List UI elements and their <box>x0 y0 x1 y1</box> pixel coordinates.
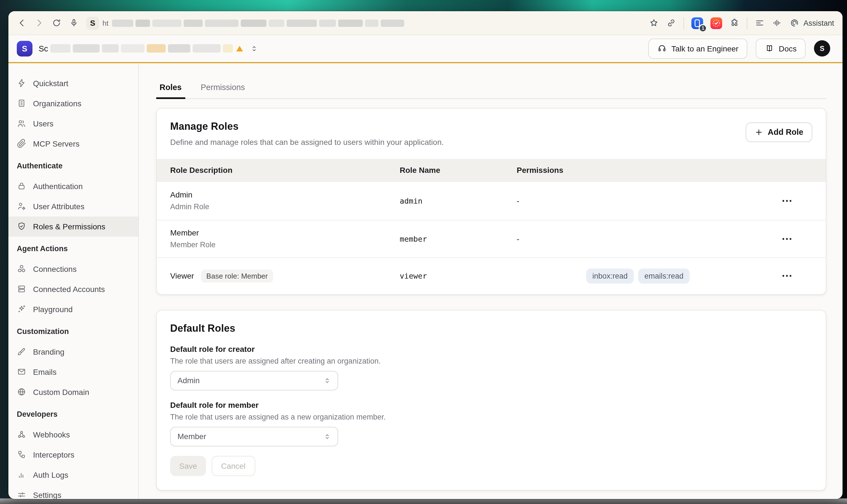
reader-mode-icon[interactable] <box>755 18 765 28</box>
column-role-description: Role Description <box>157 159 386 181</box>
sidebar-item-label: Interceptors <box>33 450 74 459</box>
paintbrush-icon <box>17 347 26 356</box>
creator-role-value: Admin <box>177 376 200 385</box>
sidebar-item-playground[interactable]: Playground <box>8 299 138 319</box>
sidebar-section-authenticate: Authenticate <box>8 156 138 176</box>
user-gear-icon <box>17 201 26 211</box>
row-actions-menu-icon[interactable]: ⋯ <box>782 198 793 203</box>
table-row-viewer[interactable]: Viewer Base role: Member viewer inbox:re… <box>157 257 826 294</box>
sidebar-item-label: Connected Accounts <box>33 285 105 293</box>
tab-permissions[interactable]: Permissions <box>197 77 248 98</box>
sidebar-item-roles-permissions[interactable]: Roles & Permissions <box>8 216 138 236</box>
user-avatar[interactable]: S <box>814 40 830 57</box>
password-extension-icon[interactable]: 1 <box>691 17 703 29</box>
sidebar-item-mcp-servers[interactable]: MCP Servers <box>8 133 138 154</box>
environment-switcher[interactable]: Sc <box>39 44 258 53</box>
extension-badge: 1 <box>699 24 707 32</box>
sidebar-item-user-attributes[interactable]: User Attributes <box>8 196 138 216</box>
sidebar-item-label: Playground <box>33 305 73 313</box>
redacted-url <box>112 19 404 26</box>
talk-to-engineer-label: Talk to an Engineer <box>671 44 738 53</box>
globe-icon <box>17 387 26 397</box>
row-actions-menu-icon[interactable]: ⋯ <box>782 236 793 241</box>
main-content: Roles Permissions Manage Roles Define an… <box>139 63 843 499</box>
manage-roles-description: Define and manage roles that can be assi… <box>170 137 444 146</box>
permissions-empty: - <box>517 234 775 243</box>
sidebar-item-emails[interactable]: Emails <box>8 362 138 382</box>
base-role-badge: Base role: Member <box>201 269 274 282</box>
copy-link-icon[interactable] <box>666 18 676 28</box>
forward-icon[interactable] <box>34 18 44 28</box>
sidebar-item-label: Roles & Permissions <box>33 222 105 231</box>
row-actions-menu-icon[interactable]: ⋯ <box>782 273 793 278</box>
manage-roles-title: Manage Roles <box>170 121 444 132</box>
warning-triangle-icon <box>236 46 243 52</box>
sidebar-item-connections[interactable]: Connections <box>8 259 138 279</box>
table-row-admin[interactable]: Admin Admin Role admin - ⋯ <box>157 181 826 219</box>
address-bar[interactable]: S ht <box>86 17 642 29</box>
sidebar-item-settings[interactable]: Settings <box>8 485 138 499</box>
shield-check-icon <box>17 221 26 231</box>
sliders-icon <box>17 490 26 499</box>
docs-button[interactable]: Docs <box>756 39 806 59</box>
cancel-button[interactable]: Cancel <box>212 456 255 476</box>
permission-badge: inbox:read <box>586 268 634 283</box>
talk-to-engineer-button[interactable]: Talk to an Engineer <box>648 39 747 59</box>
assistant-button[interactable]: Assistant <box>789 18 834 28</box>
assistant-icon <box>789 18 799 28</box>
sidebar-item-label: User Attributes <box>33 202 85 211</box>
envelope-icon <box>17 367 26 376</box>
sidebar-item-organizations[interactable]: Organizations <box>8 93 138 113</box>
save-button[interactable]: Save <box>170 456 206 476</box>
reload-icon[interactable] <box>52 18 62 28</box>
column-role-name: Role Name <box>386 159 498 181</box>
lock-icon <box>17 181 26 191</box>
member-role-label: Default role for member <box>170 400 812 409</box>
book-icon <box>765 44 774 53</box>
voice-waveform-icon[interactable] <box>772 18 782 28</box>
clock-extension-icon[interactable] <box>710 17 722 29</box>
sidebar-item-label: Connections <box>33 264 77 273</box>
sidebar-item-branding[interactable]: Branding <box>8 342 138 362</box>
form-actions: Save Cancel <box>170 456 812 476</box>
interceptor-icon <box>17 450 26 459</box>
permission-badge: emails:read <box>638 268 690 283</box>
toolbar-divider <box>747 17 747 29</box>
table-row-member[interactable]: Member Member Role member - ⋯ <box>157 219 826 257</box>
member-role-select[interactable]: Member <box>170 427 338 446</box>
sparkles-icon <box>17 304 26 314</box>
sidebar-item-auth-logs[interactable]: Auth Logs <box>8 465 138 485</box>
sidebar-item-label: Settings <box>33 490 61 499</box>
creator-role-select[interactable]: Admin <box>170 371 338 390</box>
sidebar-item-webhooks[interactable]: Webhooks <box>8 424 138 445</box>
app-header: S Sc Talk to an Engineer <box>8 35 843 63</box>
bookmark-star-icon[interactable] <box>649 18 659 28</box>
site-favicon: S <box>86 17 99 29</box>
sidebar-item-label: Custom Domain <box>33 388 89 396</box>
sidebar-section-developers: Developers <box>8 404 138 424</box>
role-description: Member Role <box>170 240 386 249</box>
sidebar-item-label: Authentication <box>33 181 83 191</box>
back-icon[interactable] <box>17 18 27 28</box>
sidebar-item-users[interactable]: Users <box>8 113 138 133</box>
organization-icon <box>17 98 26 108</box>
microphone-icon[interactable] <box>69 18 79 28</box>
extensions-puzzle-icon[interactable] <box>729 18 740 28</box>
sidebar-item-connected-accounts[interactable]: Connected Accounts <box>8 279 138 299</box>
add-role-button[interactable]: Add Role <box>746 122 812 142</box>
add-role-label: Add Role <box>768 128 803 137</box>
sidebar-item-custom-domain[interactable]: Custom Domain <box>8 382 138 402</box>
column-permissions: Permissions <box>498 159 775 181</box>
toolbar-divider <box>684 17 684 29</box>
chevron-updown-icon <box>324 376 331 384</box>
assistant-label: Assistant <box>803 19 834 27</box>
tab-roles[interactable]: Roles <box>156 77 185 98</box>
manage-roles-header: Manage Roles Define and manage roles tha… <box>157 108 826 159</box>
sidebar-item-label: Auth Logs <box>33 470 68 479</box>
sidebar-item-authentication[interactable]: Authentication <box>8 176 138 196</box>
toolbar-actions: 1 Assistant <box>649 17 834 29</box>
member-role-description: The role that users are assigned as a ne… <box>170 413 812 421</box>
browser-toolbar: S ht 1 <box>8 11 843 35</box>
sidebar-item-interceptors[interactable]: Interceptors <box>8 445 138 465</box>
sidebar-item-quickstart[interactable]: Quickstart <box>8 73 138 93</box>
